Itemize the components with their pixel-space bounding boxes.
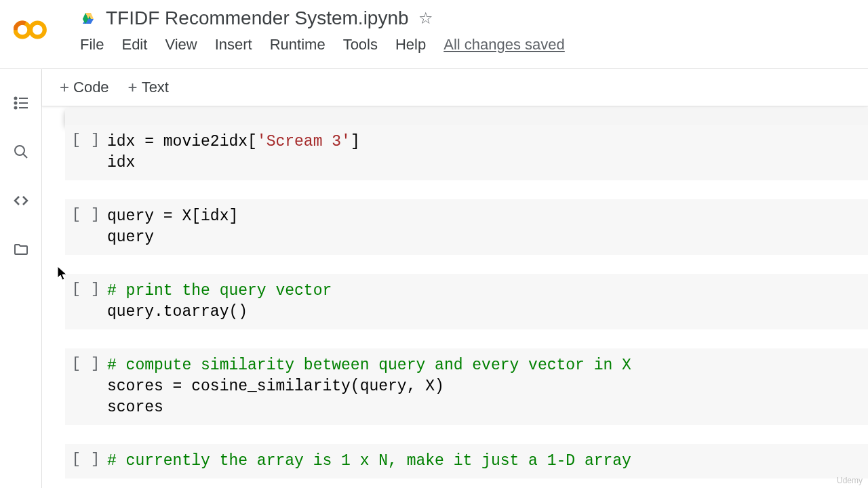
exec-indicator[interactable]: [ ] xyxy=(72,281,101,298)
code-cell[interactable]: [ ]# compute similarity between query an… xyxy=(65,348,868,425)
menubar: File Edit View Insert Runtime Tools Help… xyxy=(80,36,565,54)
menu-tools[interactable]: Tools xyxy=(343,36,378,54)
toc-icon[interactable] xyxy=(13,95,29,111)
code-cell[interactable]: [ ]query = X[idx] query xyxy=(65,199,868,255)
svg-point-9 xyxy=(14,107,16,109)
add-code-button[interactable]: + Code xyxy=(60,78,109,97)
menu-help[interactable]: Help xyxy=(395,36,426,54)
drive-icon xyxy=(80,10,96,26)
star-icon[interactable]: ☆ xyxy=(418,9,433,28)
previous-cell-edge xyxy=(65,108,868,125)
menu-file[interactable]: File xyxy=(80,36,104,54)
code-editor[interactable]: query = X[idx] query xyxy=(107,206,868,248)
plus-icon: + xyxy=(60,78,69,97)
svg-point-11 xyxy=(15,146,24,155)
menu-edit[interactable]: Edit xyxy=(121,36,147,54)
code-editor[interactable]: # compute similarity between query and e… xyxy=(107,355,868,418)
code-cell[interactable]: [ ]# currently the array is 1 x N, make … xyxy=(65,444,868,479)
menu-insert[interactable]: Insert xyxy=(215,36,252,54)
code-editor[interactable]: idx = movie2idx['Scream 3'] idx xyxy=(107,131,868,174)
search-icon[interactable] xyxy=(13,144,29,160)
code-cell[interactable]: [ ]# print the query vector query.toarra… xyxy=(65,274,868,329)
exec-indicator[interactable]: [ ] xyxy=(72,206,101,223)
svg-point-7 xyxy=(14,102,16,104)
svg-point-1 xyxy=(31,23,45,37)
exec-indicator[interactable]: [ ] xyxy=(72,131,101,148)
colab-logo xyxy=(14,12,49,47)
exec-indicator[interactable]: [ ] xyxy=(72,451,101,468)
code-cell[interactable]: [ ]idx = movie2idx['Scream 3'] idx xyxy=(65,125,868,180)
cell-toolbar: + Code + Text xyxy=(42,69,868,106)
code-editor[interactable]: # currently the array is 1 x N, make it … xyxy=(107,451,868,472)
svg-line-12 xyxy=(23,154,27,158)
code-editor[interactable]: # print the query vector query.toarray() xyxy=(107,281,868,323)
exec-indicator[interactable]: [ ] xyxy=(72,355,101,372)
notebook-scroll[interactable]: [ ]idx = movie2idx['Scream 3'] idx[ ]que… xyxy=(42,106,868,488)
plus-icon: + xyxy=(128,78,138,97)
save-status[interactable]: All changes saved xyxy=(443,36,565,54)
add-text-label: Text xyxy=(142,79,169,96)
add-text-button[interactable]: + Text xyxy=(128,78,169,97)
menu-view[interactable]: View xyxy=(165,36,197,54)
header: TFIDF Recommender System.ipynb ☆ File Ed… xyxy=(0,0,868,69)
left-rail xyxy=(0,69,42,488)
menu-runtime[interactable]: Runtime xyxy=(270,36,326,54)
files-icon[interactable] xyxy=(13,241,29,258)
svg-point-5 xyxy=(14,98,16,100)
watermark: Udemy xyxy=(837,476,863,485)
add-code-label: Code xyxy=(73,79,109,96)
snippets-icon[interactable] xyxy=(13,192,29,209)
notebook-title[interactable]: TFIDF Recommender System.ipynb xyxy=(106,7,409,29)
